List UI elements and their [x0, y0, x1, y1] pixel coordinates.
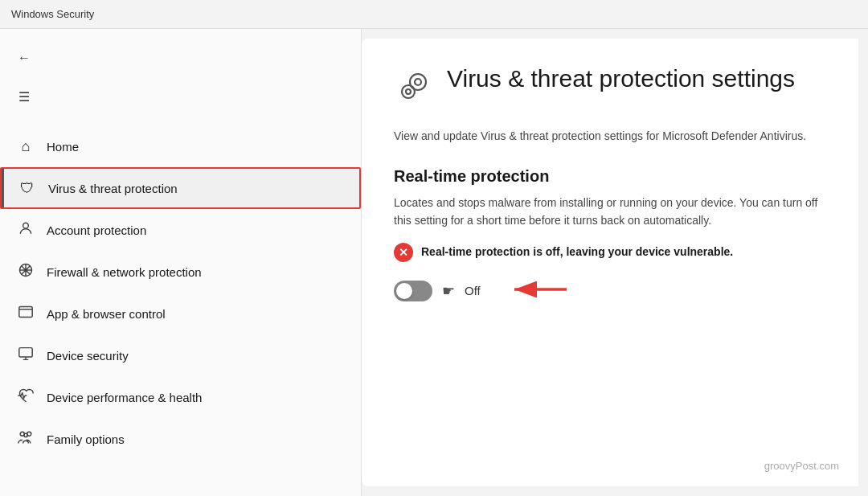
svg-point-9 — [402, 85, 415, 98]
sidebar-item-family-label: Family options — [47, 432, 125, 446]
account-icon — [16, 220, 35, 240]
toggle-row: ☛ Off — [394, 277, 826, 305]
title-bar: Windows Security — [0, 0, 868, 29]
page-subtitle: View and update Virus & threat protectio… — [394, 128, 826, 145]
sidebar-item-account-label: Account protection — [47, 223, 146, 237]
family-icon — [16, 429, 35, 449]
svg-point-0 — [23, 223, 29, 228]
toggle-knob — [396, 283, 412, 299]
sidebar-item-appbrowser[interactable]: App & browser control — [0, 293, 361, 334]
svg-rect-3 — [19, 347, 32, 356]
sidebar-top-controls: ← ☰ — [0, 35, 361, 119]
sidebar-item-devicesec[interactable]: Device security — [0, 334, 361, 376]
page-settings-icon — [394, 68, 432, 113]
back-button[interactable]: ← — [6, 40, 42, 76]
menu-button[interactable]: ☰ — [6, 79, 42, 114]
sidebar-item-firewall[interactable]: Firewall & network protection — [0, 251, 361, 293]
warning-text: Real-time protection is off, leaving you… — [421, 244, 733, 260]
sidebar-item-virus-label: Virus & threat protection — [48, 182, 178, 195]
devicehealth-icon — [16, 387, 35, 408]
sidebar-item-home[interactable]: ⌂ Home — [0, 125, 361, 167]
sidebar-item-account[interactable]: Account protection — [0, 209, 361, 251]
page-header: Virus & threat protection settings — [394, 64, 826, 113]
section-realtime-desc: Locates and stops malware from installin… — [394, 194, 826, 230]
sidebar-item-appbrowser-label: App & browser control — [47, 307, 166, 321]
sidebar-item-firewall-label: Firewall & network protection — [47, 265, 202, 279]
sidebar-nav: ⌂ Home 🛡 Virus & threat protection Accou… — [0, 125, 361, 460]
svg-point-10 — [406, 89, 411, 94]
shield-icon: 🛡 — [18, 180, 37, 197]
svg-point-8 — [415, 79, 421, 85]
menu-icon: ☰ — [18, 89, 30, 105]
appbrowser-icon — [16, 305, 35, 323]
sidebar-item-devicehealth[interactable]: Device performance & health — [0, 376, 361, 418]
page-title-block: Virus & threat protection settings — [447, 64, 795, 93]
toggle-label: Off — [465, 284, 481, 297]
devicesec-icon — [16, 346, 35, 365]
sidebar-item-virus[interactable]: 🛡 Virus & threat protection — [0, 167, 361, 209]
watermark: groovyPost.com — [764, 460, 839, 472]
sidebar-item-home-label: Home — [47, 140, 79, 154]
svg-rect-2 — [19, 306, 32, 317]
firewall-icon — [16, 262, 35, 282]
sidebar-item-devicehealth-label: Device performance & health — [47, 391, 202, 404]
cursor-icon: ☛ — [442, 282, 455, 300]
warning-row: ✕ Real-time protection is off, leaving y… — [394, 243, 826, 262]
section-realtime-title: Real-time protection — [394, 167, 826, 186]
warning-icon: ✕ — [394, 243, 413, 262]
content-area: Virus & threat protection settings View … — [362, 39, 858, 486]
svg-point-6 — [24, 433, 27, 437]
realtime-toggle[interactable] — [394, 281, 432, 301]
app-title: Windows Security — [11, 8, 94, 20]
sidebar: ← ☰ ⌂ Home 🛡 Virus & threat protection — [0, 29, 362, 496]
main-container: ← ☰ ⌂ Home 🛡 Virus & threat protection — [0, 29, 868, 496]
sidebar-item-devicesec-label: Device security — [47, 349, 129, 363]
sidebar-item-family[interactable]: Family options — [0, 418, 361, 460]
red-arrow-indicator — [506, 277, 571, 305]
page-title: Virus & threat protection settings — [447, 64, 795, 93]
back-icon: ← — [18, 51, 31, 65]
home-icon: ⌂ — [16, 138, 35, 155]
